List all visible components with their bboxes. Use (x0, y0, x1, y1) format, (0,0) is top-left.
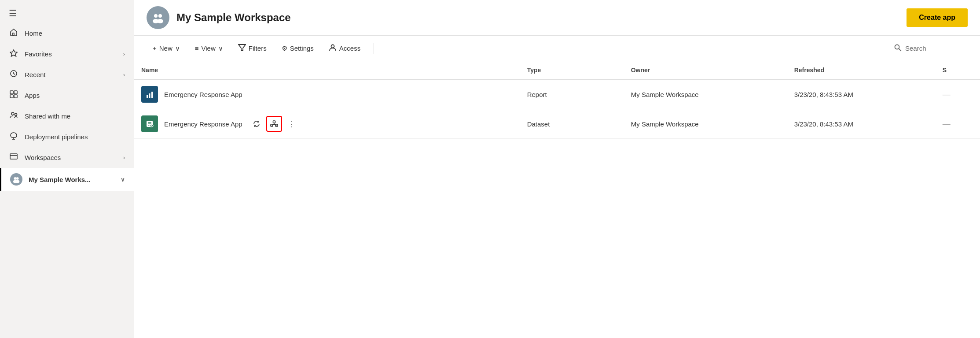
svg-point-8 (15, 114, 17, 116)
item-owner: My Sample Workspace (624, 109, 787, 139)
svg-point-20 (157, 19, 163, 23)
sidebar-workspaces-chevron: › (123, 154, 125, 161)
sidebar-item-shared[interactable]: Shared with me (0, 106, 134, 126)
item-refreshed: 3/23/20, 8:43:53 AM (787, 79, 936, 109)
toolbar: + New ∨ ≡ View ∨ Filters ⚙ Settings (134, 36, 980, 61)
connect-button[interactable] (266, 116, 282, 132)
table-row: Emergency Response App ⋮ Dataset My Samp… (134, 109, 980, 139)
svg-marker-21 (239, 45, 246, 51)
sidebar-home-icon (9, 28, 18, 38)
view-label: View (202, 45, 216, 52)
col-header-type: Type (520, 61, 624, 79)
new-chevron-icon: ∨ (175, 45, 180, 52)
sidebar-item-apps[interactable]: Apps (0, 85, 134, 106)
svg-point-7 (11, 112, 14, 115)
item-s: — (936, 109, 980, 139)
filters-icon (238, 44, 246, 53)
sidebar-workspaces-icon (9, 152, 18, 163)
table-area: Name Type Owner Refreshed S Emergency Re… (134, 61, 980, 338)
svg-point-22 (331, 45, 334, 48)
sidebar-recent-chevron: › (123, 71, 125, 78)
item-type: Report (520, 79, 624, 109)
refresh-button[interactable] (249, 116, 264, 132)
svg-point-16 (15, 180, 19, 183)
svg-rect-3 (10, 91, 13, 94)
col-header-s: S (936, 61, 980, 79)
sidebar-myworkspace-icon (10, 173, 22, 186)
svg-point-23 (895, 45, 899, 49)
sidebar-apps-label: Apps (25, 92, 125, 99)
sidebar-item-recent[interactable]: Recent › (0, 64, 134, 85)
settings-button[interactable]: ⚙ Settings (275, 41, 320, 56)
svg-rect-27 (151, 92, 153, 98)
row-actions: ⋮ (249, 116, 300, 132)
settings-label: Settings (290, 45, 314, 52)
item-name: Emergency Response App (164, 120, 242, 128)
sidebar-favorites-chevron: › (123, 51, 125, 57)
more-button[interactable]: ⋮ (284, 116, 300, 132)
sidebar-home-label: Home (25, 30, 125, 37)
items-table: Name Type Owner Refreshed S Emergency Re… (134, 61, 980, 139)
sidebar-item-workspaces[interactable]: Workspaces › (0, 147, 134, 168)
new-plus-icon: + (153, 45, 157, 52)
sidebar-shared-label: Shared with me (25, 112, 125, 120)
col-header-name: Name (134, 61, 520, 79)
svg-rect-25 (147, 95, 148, 98)
main-content: My Sample Workspace Create app + New ∨ ≡… (134, 0, 980, 338)
create-app-button[interactable]: Create app (907, 8, 968, 27)
sidebar-workspaces-label: Workspaces (25, 154, 117, 161)
workspace-title: My Sample Workspace (176, 11, 899, 24)
sidebar-recent-icon (9, 70, 18, 80)
item-owner: My Sample Workspace (624, 79, 787, 109)
filters-button[interactable]: Filters (232, 40, 273, 56)
search-icon (894, 44, 902, 53)
sidebar-deployment-label: Deployment pipelines (25, 133, 125, 141)
access-icon (329, 44, 337, 53)
item-type: Dataset (520, 109, 624, 139)
svg-point-14 (16, 177, 19, 180)
sidebar-item-myworkspace[interactable]: My Sample Works... ∨ (0, 168, 134, 191)
svg-rect-4 (14, 91, 17, 94)
svg-line-24 (899, 49, 902, 52)
view-chevron-icon: ∨ (218, 45, 223, 52)
svg-rect-11 (10, 154, 17, 159)
svg-point-18 (158, 14, 162, 18)
sidebar-myworkspace-chevron: ∨ (121, 176, 125, 183)
access-button[interactable]: Access (323, 40, 367, 56)
access-label: Access (339, 45, 360, 52)
svg-point-17 (154, 14, 158, 18)
sidebar-apps-icon (9, 90, 18, 100)
item-refreshed: 3/23/20, 8:43:53 AM (787, 109, 936, 139)
sidebar-shared-icon (9, 111, 18, 121)
table-header: Name Type Owner Refreshed S (134, 61, 980, 79)
view-icon: ≡ (195, 45, 199, 52)
hamburger-icon[interactable]: ☰ (9, 8, 17, 18)
item-type-icon (141, 115, 158, 132)
sidebar-deployment-icon (9, 132, 18, 142)
filters-label: Filters (249, 45, 267, 52)
sidebar-favorites-label: Favorites (25, 50, 117, 58)
col-header-refreshed: Refreshed (787, 61, 936, 79)
svg-rect-0 (12, 33, 14, 35)
sidebar: ☰ Home Favorites › Recent › Apps Shared … (0, 0, 134, 338)
sidebar-header: ☰ (0, 0, 134, 23)
view-button[interactable]: ≡ View ∨ (189, 41, 229, 56)
topbar: My Sample Workspace Create app (134, 0, 980, 36)
new-button[interactable]: + New ∨ (147, 41, 186, 56)
item-name-cell: Emergency Response App ⋮ (134, 109, 520, 139)
sidebar-item-deployment[interactable]: Deployment pipelines (0, 126, 134, 147)
table-row: Emergency Response App Report My Sample … (134, 79, 980, 109)
svg-rect-6 (14, 95, 17, 98)
svg-marker-1 (10, 50, 17, 56)
table-body: Emergency Response App Report My Sample … (134, 79, 980, 139)
item-type-icon (141, 86, 158, 103)
sidebar-myworkspace-label: My Sample Works... (29, 176, 114, 183)
search-area[interactable]: Search (888, 40, 968, 56)
search-label: Search (905, 45, 926, 52)
svg-rect-5 (10, 95, 13, 98)
sidebar-item-favorites[interactable]: Favorites › (0, 44, 134, 64)
sidebar-item-home[interactable]: Home (0, 23, 134, 44)
svg-rect-35 (273, 121, 275, 123)
sidebar-favorites-icon (9, 49, 18, 59)
sidebar-nav: Home Favorites › Recent › Apps Shared wi… (0, 23, 134, 191)
